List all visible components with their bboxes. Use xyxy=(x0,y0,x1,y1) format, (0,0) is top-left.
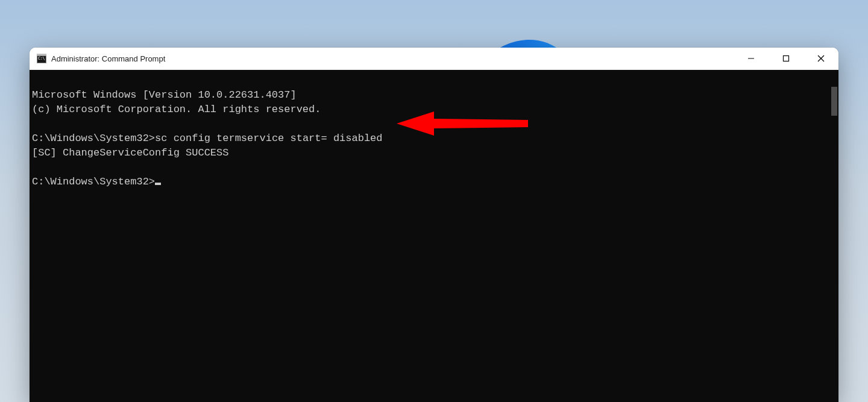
cmd-app-icon: C:\ xyxy=(37,54,46,63)
terminal-line-version: Microsoft Windows [Version 10.0.22631.40… xyxy=(32,89,297,101)
entered-command: sc config termservice start= disabled xyxy=(155,133,382,144)
window-controls xyxy=(734,48,838,69)
text-cursor xyxy=(155,183,161,185)
prompt-path: C:\Windows\System32> xyxy=(32,176,155,187)
maximize-button[interactable] xyxy=(769,48,804,69)
vertical-scrollbar[interactable] xyxy=(829,70,838,402)
terminal-content[interactable]: Microsoft Windows [Version 10.0.22631.40… xyxy=(30,70,829,402)
terminal-line-copyright: (c) Microsoft Corporation. All rights re… xyxy=(32,104,321,115)
minimize-button[interactable] xyxy=(734,48,769,69)
terminal-line-result: [SC] ChangeServiceConfig SUCCESS xyxy=(32,147,228,159)
window-title: Administrator: Command Prompt xyxy=(51,54,165,63)
current-prompt-line[interactable]: C:\Windows\System32> xyxy=(32,176,161,187)
prompt-path: C:\Windows\System32> xyxy=(32,133,155,144)
terminal-area[interactable]: Microsoft Windows [Version 10.0.22631.40… xyxy=(30,70,838,402)
window-titlebar[interactable]: C:\ Administrator: Command Prompt xyxy=(30,48,838,70)
scrollbar-thumb[interactable] xyxy=(831,87,837,116)
svg-rect-1 xyxy=(784,56,789,61)
close-button[interactable] xyxy=(804,48,838,69)
command-prompt-window: C:\ Administrator: Command Prompt Micros… xyxy=(30,48,838,402)
command-input-line: C:\Windows\System32>sc config termservic… xyxy=(32,133,383,144)
